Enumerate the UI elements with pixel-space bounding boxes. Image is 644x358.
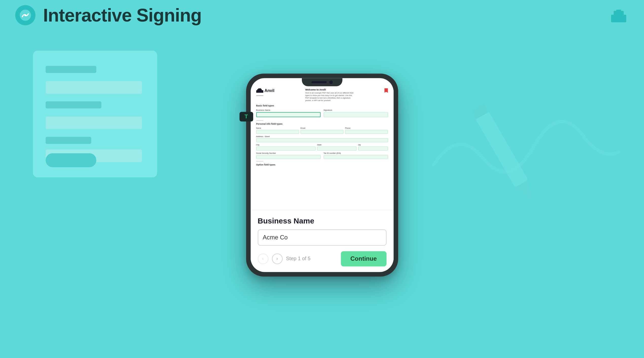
pdf-welcome-body: Here is an example PDF that uses all of … <box>305 92 354 102</box>
bg-document <box>33 51 157 177</box>
pdf-signature-box <box>324 112 388 117</box>
step-indicator: Step 1 of 5 <box>286 256 311 261</box>
pdf-ssn-field: Social Security Number <box>256 152 321 159</box>
pdf-email-box <box>301 130 343 134</box>
anvil-logo-icon <box>256 88 263 93</box>
bg-doc-line <box>46 101 101 108</box>
pdf-state-box <box>317 146 357 150</box>
svg-rect-4 <box>616 10 621 13</box>
pdf-city-row: City State Zip <box>256 144 388 150</box>
pdf-name-box <box>256 130 299 134</box>
pdf-business-name-label: Business Name <box>256 109 321 111</box>
phone-notch <box>302 78 342 86</box>
pdf-business-name-box <box>256 112 321 117</box>
bg-doc-line <box>46 81 142 94</box>
pdf-divider3 <box>256 161 263 161</box>
pdf-row1: Name Email Phone <box>256 127 388 134</box>
pdf-email-label: Email <box>301 127 343 129</box>
bottom-panel: Business Name ‹ › Step 1 of 5 Continue <box>251 210 394 272</box>
pdf-address-field: Address · Street <box>256 135 388 142</box>
pdf-name-label: Name <box>256 127 299 129</box>
t-badge: T <box>240 112 253 121</box>
svg-point-1 <box>24 14 26 16</box>
pdf-address-label: Address · Street <box>256 135 388 138</box>
pdf-zip-label: Zip <box>358 144 388 146</box>
anvil-logo: Anvil <box>256 88 274 93</box>
pdf-city-label: City <box>256 144 316 146</box>
pdf-taxid-label: Tax ID number (EIN) <box>324 152 388 154</box>
pdf-taxid-box <box>324 155 388 159</box>
pdf-logo-area: Anvil <box>256 88 274 96</box>
continue-button[interactable]: Continue <box>341 251 387 266</box>
business-name-input[interactable] <box>258 229 387 246</box>
t-badge-label: T <box>245 113 248 120</box>
pdf-business-name-field: Business Name <box>256 109 321 117</box>
pdf-welcome-title: Welcome to Anvil! <box>305 88 354 91</box>
pdf-divider2 <box>256 120 263 121</box>
phone-body: T Anvil <box>246 73 398 276</box>
next-button[interactable]: › <box>272 253 283 264</box>
pdf-city-field: City <box>256 144 316 150</box>
field-label: Business Name <box>258 217 387 225</box>
prev-button[interactable]: ‹ <box>258 253 268 264</box>
pdf-state-label: State <box>317 144 357 146</box>
bg-doc-line <box>46 137 91 144</box>
pdf-tax-row: Social Security Number Tax ID number (EI… <box>256 152 388 159</box>
pdf-basic-fields: Business Name Signature <box>256 109 388 117</box>
pdf-bookmark <box>384 88 388 93</box>
pdf-email-field: Email <box>301 127 343 134</box>
phone-mockup: T Anvil <box>246 73 398 276</box>
pdf-state-field: State <box>317 144 357 150</box>
page-title: Interactive Signing <box>43 5 201 26</box>
bg-signature <box>421 63 624 215</box>
bg-doc-line <box>46 117 142 129</box>
bg-doc-button <box>46 153 96 167</box>
bottom-nav: ‹ › Step 1 of 5 Continue <box>258 251 387 266</box>
bg-doc-line <box>46 66 96 73</box>
pdf-address-box <box>256 138 388 142</box>
phone-speaker <box>311 81 327 83</box>
pdf-ssn-box <box>256 155 321 159</box>
pdf-section2-title: Personal info field types <box>256 123 388 125</box>
pdf-city-box <box>256 146 316 150</box>
pdf-ssn-label: Social Security Number <box>256 152 321 154</box>
pdf-taxid-field: Tax ID number (EIN) <box>324 152 388 159</box>
pdf-signature-field: Signature <box>324 109 388 117</box>
pdf-signature-label: Signature <box>324 109 388 111</box>
pdf-phone-box <box>345 130 388 134</box>
pdf-zip-box <box>358 146 388 150</box>
pdf-preview: Anvil Welcome to Anvil! Here is an examp… <box>251 78 394 210</box>
pdf-phone-label: Phone <box>345 127 388 129</box>
header: Interactive Signing <box>0 0 644 30</box>
phone-camera <box>329 80 333 84</box>
anvil-brand-icon <box>609 7 629 28</box>
pdf-section3-title: Option field types <box>256 163 388 166</box>
pdf-section1-title: Basic field types <box>256 104 388 107</box>
phone-screen: Anvil Welcome to Anvil! Here is an examp… <box>251 78 394 272</box>
pdf-phone-field: Phone <box>345 127 388 134</box>
pdf-zip-field: Zip <box>358 144 388 150</box>
logo-icon <box>15 5 35 25</box>
nav-arrows: ‹ › Step 1 of 5 <box>258 253 311 264</box>
pdf-logo-divider <box>256 95 263 96</box>
pdf-name-field: Name <box>256 127 299 134</box>
pdf-logo-text: Anvil <box>265 88 274 93</box>
svg-rect-10 <box>258 88 261 89</box>
